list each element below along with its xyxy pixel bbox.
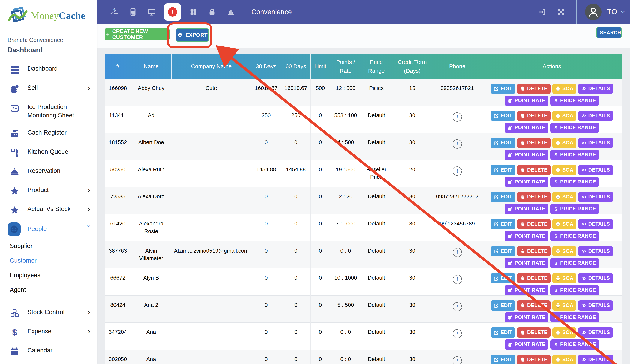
price-range-button[interactable]: $PRICE RANGE: [550, 150, 599, 160]
price-range-button[interactable]: $PRICE RANGE: [550, 96, 599, 106]
sidebar-item-customer[interactable]: Customer: [0, 253, 96, 268]
sidebar-item-sell[interactable]: Sell›: [0, 79, 96, 98]
point-rate-button[interactable]: POINT RATE: [504, 285, 548, 296]
point-rate-button[interactable]: POINT RATE: [504, 340, 548, 350]
delete-button[interactable]: DELETE: [517, 165, 550, 175]
soa-button[interactable]: SOA: [552, 111, 576, 121]
price-range-button[interactable]: $PRICE RANGE: [550, 122, 599, 133]
edit-button[interactable]: EDIT: [491, 300, 516, 310]
point-rate-button[interactable]: POINT RATE: [504, 177, 548, 187]
cell-name: Ad: [131, 106, 172, 133]
details-button[interactable]: DETAILS: [578, 219, 613, 229]
delete-button[interactable]: DELETE: [517, 355, 550, 364]
hand-dollar-icon[interactable]: $: [110, 8, 118, 16]
point-rate-button[interactable]: POINT RATE: [504, 150, 548, 160]
point-rate-button[interactable]: POINT RATE: [504, 122, 548, 133]
sidebar-item-calendar[interactable]: Calendar: [0, 342, 96, 361]
price-range-button[interactable]: $PRICE RANGE: [550, 204, 599, 214]
edit-button[interactable]: EDIT: [491, 111, 516, 121]
details-button[interactable]: DETAILS: [578, 192, 613, 202]
delete-button[interactable]: DELETE: [517, 273, 550, 284]
details-button[interactable]: DETAILS: [578, 355, 613, 364]
details-button[interactable]: DETAILS: [578, 246, 613, 256]
edit-button[interactable]: EDIT: [491, 138, 516, 148]
soa-button[interactable]: SOA: [552, 84, 576, 94]
details-button[interactable]: DETAILS: [578, 138, 613, 148]
details-button[interactable]: DETAILS: [578, 165, 613, 175]
soa-button[interactable]: SOA: [552, 138, 576, 148]
sidebar-item-cash-register[interactable]: Cash Register: [0, 124, 96, 143]
sidebar-item-expense[interactable]: $Expense›: [0, 322, 96, 342]
cell-company: [172, 268, 251, 296]
soa-button[interactable]: SOA: [552, 328, 576, 338]
price-range-button[interactable]: $PRICE RANGE: [550, 177, 599, 187]
edit-button[interactable]: EDIT: [491, 165, 516, 175]
soa-button[interactable]: SOA: [552, 246, 576, 256]
details-button[interactable]: DETAILS: [578, 111, 613, 121]
point-rate-button[interactable]: POINT RATE: [504, 258, 548, 268]
point-rate-button[interactable]: POINT RATE: [504, 231, 548, 241]
sidebar-item-stock-control[interactable]: Stock Control›: [0, 304, 96, 322]
sidebar-item-return-to-supplier[interactable]: Return to Supplier›: [0, 361, 96, 364]
sidebar-item-dashboard[interactable]: Dashboard: [0, 60, 96, 79]
soa-button[interactable]: SOA: [552, 219, 576, 229]
delete-button[interactable]: DELETE: [517, 300, 550, 310]
sidebar-item-kitchen-queue[interactable]: Kitchen Queue: [0, 143, 96, 162]
sidebar-item-people[interactable]: People›: [0, 220, 96, 238]
soa-button[interactable]: SOA: [552, 300, 576, 310]
brand-logo[interactable]: MoneyCache: [0, 0, 96, 28]
details-button[interactable]: DETAILS: [578, 84, 613, 94]
price-range-button[interactable]: $PRICE RANGE: [550, 285, 599, 296]
calculator-icon[interactable]: [128, 8, 137, 16]
edit-button[interactable]: EDIT: [491, 192, 516, 202]
edit-button[interactable]: EDIT: [491, 328, 516, 338]
sidebar-item-reservation[interactable]: Reservation: [0, 162, 96, 181]
sidebar-item-actual-vs-stock[interactable]: Actual Vs Stock›: [0, 200, 96, 220]
user-avatar[interactable]: [585, 4, 602, 20]
price-range-button[interactable]: $PRICE RANGE: [550, 312, 599, 322]
edit-button[interactable]: EDIT: [491, 246, 516, 256]
expand-icon[interactable]: [557, 8, 565, 16]
point-rate-button[interactable]: POINT RATE: [504, 96, 548, 106]
price-range-button[interactable]: $PRICE RANGE: [550, 231, 599, 241]
cell-60-days: 0: [281, 322, 310, 350]
delete-button[interactable]: DELETE: [517, 84, 550, 94]
sidebar-item-agent[interactable]: Agent: [0, 282, 96, 297]
point-rate-button[interactable]: POINT RATE: [504, 204, 548, 214]
sidebar-item-product[interactable]: Product›: [0, 181, 96, 200]
lock-icon[interactable]: [208, 8, 216, 16]
sidebar-item-supplier[interactable]: Supplier: [0, 238, 96, 253]
chart-icon[interactable]: [226, 8, 235, 16]
user-initials[interactable]: TO: [607, 8, 617, 16]
sidebar-item-employees[interactable]: Employees: [0, 268, 96, 282]
grid-large-icon[interactable]: [189, 8, 198, 16]
delete-button[interactable]: DELETE: [517, 192, 550, 202]
price-range-button[interactable]: $PRICE RANGE: [550, 340, 599, 350]
soa-button[interactable]: SOA: [552, 355, 576, 364]
delete-button[interactable]: DELETE: [517, 138, 550, 148]
alerts-button[interactable]: !: [164, 3, 181, 21]
details-button[interactable]: DETAILS: [578, 300, 613, 310]
delete-button[interactable]: DELETE: [517, 246, 550, 256]
export-button[interactable]: EXPORT: [176, 28, 209, 42]
search-button[interactable]: SEARCH: [596, 27, 622, 38]
sign-in-icon[interactable]: [538, 8, 546, 16]
create-new-customer-button[interactable]: CREATE NEW CUSTOMER: [105, 28, 170, 40]
soa-button[interactable]: SOA: [552, 192, 576, 202]
edit-button[interactable]: EDIT: [491, 219, 516, 229]
delete-button[interactable]: DELETE: [517, 219, 550, 229]
edit-button[interactable]: EDIT: [491, 355, 516, 364]
delete-button[interactable]: DELETE: [517, 328, 550, 338]
sidebar-item-ice-production-monitoring-sheet[interactable]: Ice Production Monitoring Sheet: [0, 98, 96, 124]
details-button[interactable]: DETAILS: [578, 328, 613, 338]
point-rate-button[interactable]: POINT RATE: [504, 312, 548, 322]
soa-button[interactable]: SOA: [552, 273, 576, 284]
price-range-button[interactable]: $PRICE RANGE: [550, 258, 599, 268]
chevron-down-icon[interactable]: ›: [619, 11, 628, 13]
edit-button[interactable]: EDIT: [491, 84, 516, 94]
edit-button[interactable]: EDIT: [491, 273, 516, 284]
soa-button[interactable]: SOA: [552, 165, 576, 175]
details-button[interactable]: DETAILS: [578, 273, 613, 284]
delete-button[interactable]: DELETE: [517, 111, 550, 121]
monitor-icon[interactable]: [148, 8, 156, 16]
